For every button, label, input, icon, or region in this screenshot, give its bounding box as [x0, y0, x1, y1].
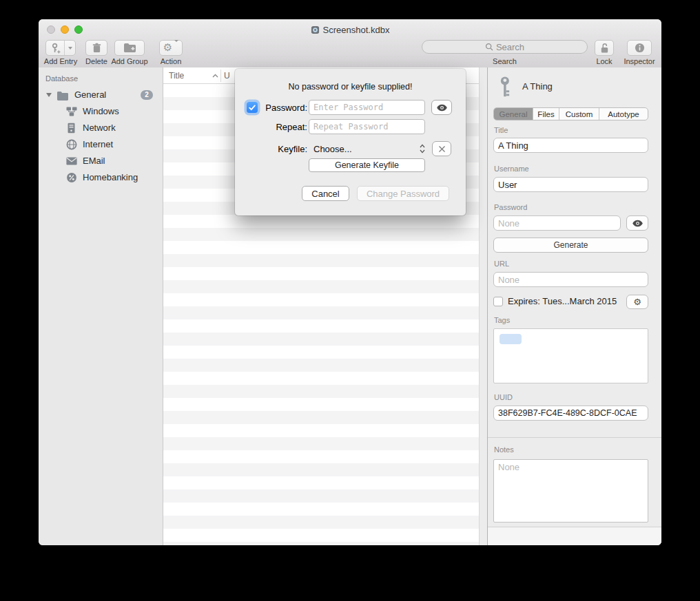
eye-icon	[632, 220, 644, 227]
enter-password-input[interactable]	[309, 100, 425, 115]
sidebar-item-label: EMail	[83, 156, 105, 166]
inspector-panel: A Thing General Files Custom Autotype Ti…	[487, 67, 661, 545]
uuid-field-label: UUID	[494, 393, 513, 401]
sidebar-section-header: Database	[45, 74, 78, 83]
column-header-title[interactable]: Title	[169, 71, 184, 81]
reveal-password-button[interactable]	[431, 100, 452, 115]
url-field[interactable]	[493, 272, 648, 287]
cancel-button[interactable]: Cancel	[302, 186, 349, 201]
window-chrome: Screenshot.kdbx Add Entry	[39, 19, 661, 68]
expires-checkbox[interactable]	[493, 297, 503, 306]
inspector-tabs: General Files Custom Autotype	[493, 107, 648, 120]
tab-files[interactable]: Files	[533, 108, 559, 120]
notes-field-label: Notes	[494, 445, 514, 454]
chevron-down-icon	[174, 42, 178, 54]
magnifier-icon	[485, 43, 493, 51]
check-icon	[249, 105, 256, 111]
tag-token[interactable]	[500, 334, 522, 344]
inspector-footer	[488, 527, 661, 545]
screen-background: Screenshot.kdbx Add Entry	[0, 0, 700, 601]
sidebar-item-internet[interactable]: Internet	[39, 136, 163, 153]
add-entry-button[interactable]	[45, 40, 76, 56]
sort-ascending-icon	[212, 74, 218, 78]
chevron-down-icon	[64, 41, 75, 55]
globe-icon	[66, 139, 77, 150]
username-field[interactable]	[493, 177, 648, 192]
gear-icon: ⚙	[633, 297, 641, 306]
entry-count-badge: 2	[141, 90, 153, 100]
generate-keyfile-button[interactable]: Generate Keyfile	[309, 158, 425, 172]
gear-icon: ⚙	[163, 43, 172, 53]
key-plus-icon	[46, 41, 64, 55]
password-label: Password:	[256, 103, 307, 113]
generate-password-button[interactable]: Generate	[493, 238, 648, 253]
key-icon	[498, 76, 513, 97]
username-field-label: Username	[494, 165, 529, 173]
sidebar-item-general[interactable]: General 2	[39, 87, 163, 103]
add-group-label: Add Group	[106, 57, 153, 65]
add-group-button[interactable]	[114, 40, 145, 56]
sidebar-item-email[interactable]: EMail	[39, 153, 163, 169]
eye-icon	[436, 104, 448, 112]
inspector-label: Inspector	[619, 57, 660, 65]
reveal-password-button[interactable]	[626, 215, 648, 231]
envelope-icon	[66, 157, 77, 165]
keyfile-popup-button[interactable]: Choose...	[309, 141, 425, 156]
clear-keyfile-button[interactable]	[432, 141, 451, 156]
uuid-field[interactable]	[493, 405, 648, 421]
search-label: Search	[422, 57, 588, 65]
titlebar: Screenshot.kdbx	[39, 23, 661, 36]
sidebar: Database General 2 Windows	[39, 67, 163, 545]
change-password-button[interactable]: Change Password	[357, 186, 449, 201]
change-password-dialog: No password or keyfile supplied! Passwor…	[235, 69, 466, 215]
password-field[interactable]	[493, 215, 621, 231]
server-icon	[67, 123, 76, 134]
url-field-label: URL	[494, 260, 509, 268]
add-entry-label: Add Entry	[39, 57, 84, 65]
tags-field-label: Tags	[494, 316, 510, 324]
keyfile-value: Choose...	[309, 144, 420, 154]
expires-options-button[interactable]: ⚙	[626, 295, 648, 309]
trash-icon	[92, 43, 101, 53]
app-window: Screenshot.kdbx Add Entry	[39, 19, 661, 545]
sidebar-item-label: Homebanking	[83, 172, 138, 182]
folder-plus-icon	[123, 43, 136, 53]
disclosure-triangle-icon[interactable]	[46, 93, 52, 97]
column-divider[interactable]	[220, 70, 221, 82]
notes-field[interactable]	[493, 459, 648, 523]
tab-autotype[interactable]: Autotype	[599, 108, 648, 120]
repeat-password-input[interactable]	[309, 119, 425, 134]
action-button[interactable]: ⚙	[159, 40, 183, 56]
windows-network-icon	[66, 107, 77, 116]
tab-custom[interactable]: Custom	[559, 108, 599, 120]
sidebar-item-network[interactable]: Network	[39, 120, 163, 136]
column-header-username[interactable]: U	[224, 71, 230, 81]
percent-icon	[66, 172, 77, 183]
document-proxy-icon	[311, 25, 320, 34]
sidebar-item-label: General	[74, 89, 106, 100]
keyfile-label: Keyfile:	[256, 144, 307, 154]
title-field[interactable]	[493, 138, 648, 153]
lock-button[interactable]	[595, 40, 614, 56]
search-input[interactable]: Search	[422, 40, 588, 54]
action-label: Action	[153, 57, 189, 65]
open-padlock-icon	[599, 43, 610, 54]
sidebar-item-label: Windows	[83, 106, 119, 116]
folder-icon	[56, 91, 69, 101]
tags-field[interactable]	[493, 328, 648, 383]
dialog-message: No password or keyfile supplied!	[235, 82, 466, 92]
inspector-button[interactable]	[627, 40, 652, 56]
close-x-icon	[438, 145, 446, 153]
entry-title: A Thing	[522, 81, 553, 92]
password-field-label: Password	[494, 203, 527, 211]
scrollbar-gutter[interactable]	[479, 67, 487, 545]
section-divider	[488, 437, 661, 438]
info-icon	[635, 43, 645, 53]
expires-label: Expires: Tues...March 2015	[508, 296, 617, 306]
sidebar-item-label: Internet	[83, 139, 113, 149]
sidebar-item-windows[interactable]: Windows	[39, 103, 163, 120]
delete-button[interactable]	[85, 40, 107, 56]
tab-general[interactable]: General	[494, 108, 533, 120]
window-title: Screenshot.kdbx	[323, 25, 390, 35]
sidebar-item-homebanking[interactable]: Homebanking	[39, 169, 163, 186]
